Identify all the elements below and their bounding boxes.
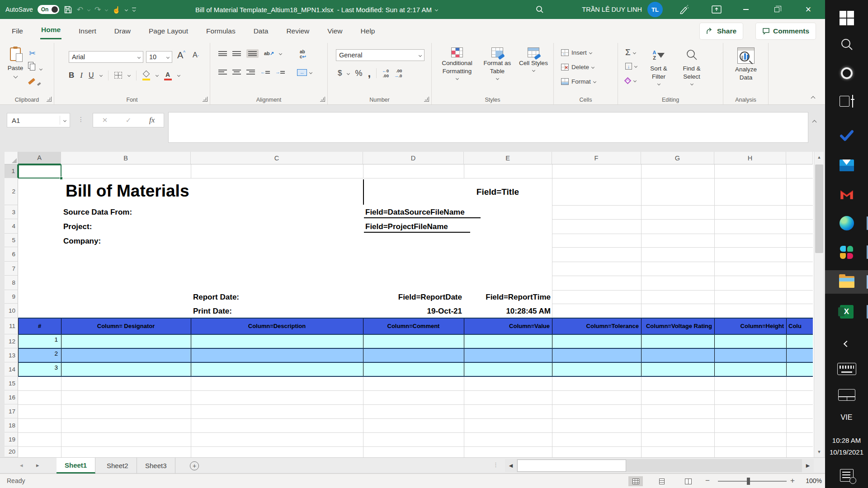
cell-print-date-label[interactable]: Print Date: bbox=[193, 307, 232, 316]
tab-formulas[interactable]: Formulas bbox=[205, 24, 236, 38]
top-align-button[interactable] bbox=[218, 51, 227, 56]
fill-handle[interactable] bbox=[60, 177, 63, 180]
conditional-formatting-button[interactable]: Conditional Formatting bbox=[437, 47, 477, 80]
cell-company-label[interactable]: Company: bbox=[63, 237, 101, 246]
scroll-down-icon[interactable]: ▼ bbox=[814, 446, 824, 457]
align-center-button[interactable] bbox=[232, 70, 241, 75]
number-format-select[interactable]: General bbox=[336, 49, 425, 61]
row-header-19[interactable]: 19 bbox=[5, 432, 18, 446]
avatar[interactable]: TL bbox=[647, 2, 663, 17]
horizontal-scrollbar[interactable]: ◀ ▶ bbox=[505, 459, 814, 472]
row-header-13[interactable]: 13 bbox=[5, 348, 18, 362]
cortana-button[interactable] bbox=[825, 61, 868, 85]
font-size-select[interactable]: 10 bbox=[146, 51, 172, 63]
taskbar-search-button[interactable] bbox=[825, 33, 868, 56]
accounting-dropdown-icon[interactable] bbox=[347, 72, 350, 75]
row-header-11[interactable]: 11 bbox=[5, 318, 18, 334]
worksheet[interactable]: Bill of Materials Field=Title Source Dat… bbox=[5, 152, 824, 457]
row-header-14[interactable]: 14 bbox=[5, 362, 18, 376]
tab-home[interactable]: Home bbox=[40, 23, 61, 39]
redo-dropdown-icon[interactable] bbox=[105, 8, 108, 11]
bom-header-cell[interactable]: Column= Designator bbox=[61, 318, 191, 334]
italic-button[interactable]: I bbox=[80, 71, 83, 80]
row-header-8[interactable]: 8 bbox=[5, 276, 18, 290]
normal-view-button[interactable] bbox=[628, 476, 643, 486]
user-name[interactable]: TRẦN LÊ DUY LINH bbox=[561, 0, 642, 19]
middle-align-button[interactable] bbox=[232, 51, 241, 56]
sort-filter-button[interactable]: AZ Sort & Filter bbox=[644, 47, 673, 85]
save-button[interactable] bbox=[64, 5, 72, 14]
expand-formula-bar-icon[interactable] bbox=[813, 117, 816, 126]
bom-header-cell[interactable]: Column=Height bbox=[714, 318, 786, 334]
touch-mode-dropdown-icon[interactable] bbox=[125, 8, 128, 11]
action-center-button[interactable] bbox=[825, 464, 868, 487]
tab-help[interactable]: Help bbox=[360, 24, 376, 38]
cell-field-title[interactable]: Field=Title bbox=[476, 187, 519, 197]
clock-date[interactable]: 10/19/2021 bbox=[825, 448, 868, 456]
formula-bar-drag-handle[interactable]: ⋮ bbox=[78, 116, 85, 123]
collapse-ribbon-icon[interactable] bbox=[811, 94, 815, 102]
vertical-scrollbar[interactable]: ▲ ▼ bbox=[814, 152, 824, 457]
cell-project-value[interactable]: Field=ProjectFileName bbox=[365, 222, 448, 231]
bom-header-cell[interactable]: Column=Comment bbox=[363, 318, 464, 334]
language-indicator[interactable]: VIE bbox=[825, 413, 868, 422]
minimize-button[interactable] bbox=[732, 0, 760, 19]
comma-style-button[interactable]: , bbox=[368, 70, 371, 76]
find-select-button[interactable]: Find & Select bbox=[677, 47, 707, 85]
title-dropdown-icon[interactable] bbox=[435, 8, 438, 11]
cell-report-date-label[interactable]: Report Date: bbox=[193, 293, 239, 302]
search-icon[interactable] bbox=[536, 5, 544, 14]
bold-button[interactable]: B bbox=[69, 71, 74, 80]
scroll-up-icon[interactable]: ▲ bbox=[814, 152, 824, 163]
row-header-17[interactable]: 17 bbox=[5, 404, 18, 418]
row-header-6[interactable]: 6 bbox=[5, 247, 18, 262]
cell-project-label[interactable]: Project: bbox=[63, 222, 92, 231]
borders-dropdown-icon[interactable] bbox=[127, 74, 130, 77]
format-cells-button[interactable]: Format bbox=[561, 78, 596, 85]
tab-view[interactable]: View bbox=[326, 24, 343, 38]
bom-data-row[interactable] bbox=[18, 334, 813, 348]
comments-button[interactable]: Comments bbox=[756, 23, 816, 39]
cell-source-value[interactable]: Field=DataSourceFileName bbox=[365, 208, 465, 217]
column-header-B[interactable]: B bbox=[61, 152, 191, 164]
touch-keyboard-button[interactable] bbox=[825, 357, 868, 380]
mail-app-button[interactable] bbox=[825, 154, 868, 177]
decrease-decimal-button[interactable]: .00→.0 bbox=[394, 68, 402, 79]
task-view-button[interactable] bbox=[825, 89, 868, 113]
orientation-button[interactable]: ab↗ bbox=[264, 51, 274, 56]
bottom-align-button[interactable] bbox=[246, 49, 259, 58]
formula-bar-input[interactable] bbox=[168, 112, 808, 143]
underline-dropdown-icon[interactable] bbox=[99, 74, 102, 77]
cell-print-time-value[interactable]: 10:28:45 AM bbox=[506, 307, 551, 316]
fill-button[interactable]: ↓ bbox=[625, 63, 637, 70]
font-color-dropdown-icon[interactable] bbox=[177, 74, 180, 77]
restore-button[interactable] bbox=[763, 0, 790, 19]
tab-review[interactable]: Review bbox=[285, 24, 310, 38]
column-header-C[interactable]: C bbox=[191, 152, 363, 164]
bom-header-cell[interactable]: Column=Voltage Rating bbox=[641, 318, 714, 334]
share-button[interactable]: Share bbox=[700, 23, 743, 39]
cell-styles-button[interactable]: Cell Styles bbox=[518, 47, 549, 71]
row-header-16[interactable]: 16 bbox=[5, 390, 18, 404]
row-header-15[interactable]: 15 bbox=[5, 376, 18, 390]
row-header-10[interactable]: 10 bbox=[5, 304, 18, 318]
copy-button[interactable] bbox=[28, 62, 33, 70]
zoom-level[interactable]: 100% bbox=[800, 477, 822, 484]
ribbon-display-options-icon[interactable] bbox=[712, 5, 722, 14]
font-dialog-launcher[interactable] bbox=[203, 97, 208, 102]
bom-data-row[interactable] bbox=[18, 362, 813, 376]
page-layout-view-button[interactable] bbox=[655, 476, 669, 486]
name-box[interactable]: A1 bbox=[7, 113, 70, 127]
cell-title[interactable]: Bill of Materials bbox=[66, 182, 189, 201]
gmail-app-button[interactable] bbox=[825, 183, 868, 206]
ink-pen-icon[interactable] bbox=[679, 5, 689, 14]
increase-font-size-button[interactable]: A^ bbox=[177, 50, 185, 61]
tab-strip-drag-handle[interactable]: ⋮ bbox=[493, 461, 499, 468]
fill-color-button[interactable] bbox=[142, 70, 150, 80]
sheet-nav-left-icon[interactable]: ◂ bbox=[20, 462, 23, 469]
scroll-right-icon[interactable]: ▶ bbox=[802, 459, 814, 472]
decrease-indent-button[interactable]: ← bbox=[260, 69, 270, 75]
sheet-tab-sheet3[interactable]: Sheet3 bbox=[137, 458, 175, 474]
clipboard-dialog-launcher[interactable] bbox=[47, 97, 52, 102]
column-header-D[interactable]: D bbox=[363, 152, 464, 164]
